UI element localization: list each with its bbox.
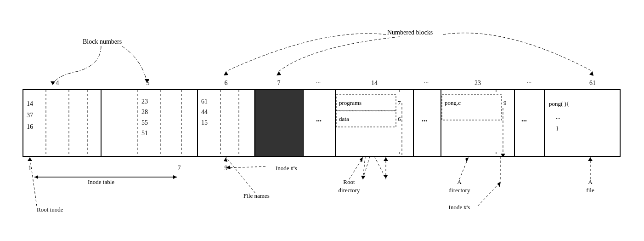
svg-marker-91 — [224, 71, 228, 75]
svg-text:37: 37 — [27, 112, 33, 119]
svg-text:···: ··· — [527, 80, 532, 86]
svg-text:6: 6 — [225, 80, 228, 86]
svg-text:55: 55 — [141, 119, 148, 126]
diagram-container: 14 37 16 23 28 55 51 61 44 15 ··· progra… — [0, 0, 644, 241]
svg-marker-81 — [465, 157, 469, 162]
svg-text:7: 7 — [398, 99, 401, 106]
svg-marker-93 — [589, 71, 593, 76]
svg-rect-43 — [442, 95, 502, 120]
svg-text:14: 14 — [371, 80, 378, 86]
svg-marker-86 — [28, 157, 32, 161]
svg-text:4: 4 — [56, 80, 59, 86]
svg-text:23: 23 — [475, 80, 481, 86]
svg-marker-92 — [277, 71, 281, 75]
svg-marker-65 — [173, 175, 177, 179]
svg-text:Inode table: Inode table — [88, 178, 114, 185]
svg-marker-101 — [361, 176, 366, 179]
svg-text:···: ··· — [521, 117, 527, 125]
svg-text:28: 28 — [141, 109, 148, 115]
svg-text:61: 61 — [589, 80, 596, 86]
svg-text:···: ··· — [422, 117, 427, 125]
svg-text:44: 44 — [201, 109, 208, 115]
svg-text:1: 1 — [28, 165, 32, 172]
svg-text:···: ··· — [316, 117, 322, 125]
svg-text:23: 23 — [141, 98, 148, 105]
svg-text:A: A — [588, 178, 593, 185]
svg-text:···: ··· — [424, 80, 429, 86]
svg-line-105 — [478, 182, 501, 206]
svg-text:51: 51 — [141, 130, 148, 137]
svg-text:Inode #'s: Inode #'s — [276, 165, 297, 172]
svg-text:Root: Root — [343, 178, 355, 185]
svg-text:File names: File names — [243, 192, 270, 199]
svg-line-85 — [30, 157, 37, 206]
svg-text:directory: directory — [449, 187, 470, 194]
svg-text:Root inode: Root inode — [37, 206, 63, 213]
svg-text:61: 61 — [201, 98, 208, 105]
svg-text:Inode #'s: Inode #'s — [449, 204, 470, 211]
svg-text:···: ··· — [316, 80, 321, 86]
svg-text:Block numbers: Block numbers — [83, 38, 122, 45]
svg-text:15: 15 — [201, 119, 208, 126]
svg-rect-0 — [23, 90, 620, 156]
svg-line-71 — [226, 157, 255, 193]
svg-text:pong( ){: pong( ){ — [549, 100, 569, 107]
svg-text:14: 14 — [27, 100, 33, 107]
svg-marker-88 — [51, 81, 55, 85]
svg-text:data: data — [339, 115, 349, 122]
svg-rect-34 — [255, 90, 303, 156]
svg-text:file: file — [586, 187, 594, 194]
svg-text:Numbered blocks: Numbered blocks — [387, 29, 433, 36]
svg-text:}: } — [556, 125, 559, 132]
svg-text:programs: programs — [339, 99, 362, 106]
svg-text:7: 7 — [178, 165, 181, 172]
svg-text:...: ... — [556, 113, 560, 120]
svg-text:16: 16 — [27, 123, 33, 130]
svg-text:A: A — [457, 178, 462, 185]
svg-marker-108 — [588, 157, 593, 161]
svg-marker-64 — [34, 175, 38, 179]
svg-marker-103 — [383, 175, 388, 178]
svg-text:9: 9 — [503, 99, 507, 106]
svg-line-68 — [226, 166, 266, 168]
svg-text:7: 7 — [277, 80, 281, 86]
svg-text:6: 6 — [398, 115, 401, 122]
svg-text:pong.c: pong.c — [445, 99, 461, 106]
svg-marker-72 — [224, 157, 227, 162]
svg-text:directory: directory — [339, 187, 360, 194]
svg-marker-99 — [384, 157, 388, 161]
